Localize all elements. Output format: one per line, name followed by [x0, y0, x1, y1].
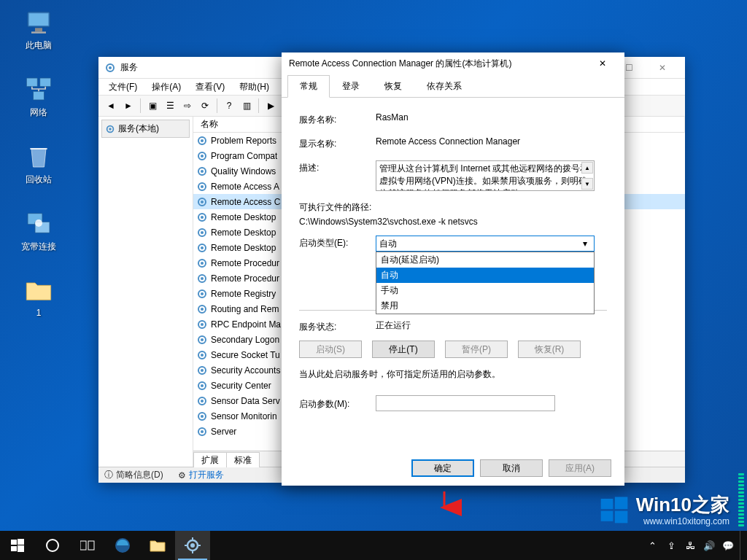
back-button[interactable]: ◄: [103, 98, 119, 114]
startup-type-select[interactable]: 自动 ▾ 自动(延迟启动)自动手动禁用: [376, 236, 595, 252]
desktop-icon-network[interactable]: 网络: [12, 74, 66, 119]
taskbar-services[interactable]: [175, 531, 210, 560]
display-name-label: 显示名称:: [299, 136, 376, 150]
svg-point-25: [201, 216, 204, 219]
svg-rect-66: [88, 541, 94, 550]
pause-button[interactable]: 暂停(P): [445, 341, 508, 358]
svg-rect-6: [34, 91, 44, 100]
help-button[interactable]: ?: [221, 98, 237, 114]
svg-point-19: [201, 170, 204, 173]
cancel-button[interactable]: 取消: [480, 459, 543, 477]
service-name-value: RasMan: [376, 112, 607, 122]
apply-button[interactable]: 应用(A): [549, 459, 611, 477]
svg-point-64: [47, 540, 58, 551]
desktop-icon-folder1[interactable]: 1: [12, 276, 66, 318]
tab-recovery[interactable]: 恢复: [372, 75, 414, 98]
cortana-button[interactable]: [35, 531, 70, 560]
ok-button[interactable]: 确定: [411, 459, 474, 477]
resume-button[interactable]: 恢复(R): [518, 341, 581, 358]
menu-action[interactable]: 操作(A): [146, 79, 187, 95]
scroll-down-button[interactable]: ▼: [581, 178, 593, 190]
show-desktop-button[interactable]: [740, 531, 744, 560]
svg-rect-57: [614, 497, 627, 509]
service-name-text: Problem Reports: [211, 136, 276, 146]
svg-point-13: [109, 128, 112, 131]
svg-point-9: [35, 219, 42, 227]
gear-icon: [196, 273, 208, 284]
task-view-button[interactable]: [70, 531, 105, 560]
dropdown-option[interactable]: 禁用: [376, 298, 594, 314]
service-status-label: 服务状态:: [299, 319, 376, 333]
display-name-value: Remote Access Connection Manager: [376, 136, 607, 147]
svg-rect-3: [31, 31, 46, 34]
tray-up-icon[interactable]: ⌃: [645, 531, 659, 560]
dropdown-option[interactable]: 手动: [376, 283, 594, 298]
taskbar-edge[interactable]: [105, 531, 140, 560]
tray-notifications-icon[interactable]: 💬: [721, 531, 735, 560]
dropdown-option[interactable]: 自动(延迟启动): [376, 252, 594, 268]
service-name-text: Remote Access C: [211, 197, 280, 207]
forward-button[interactable]: ►: [120, 98, 136, 114]
description-text: 管理从这台计算机到 Internet 或其他远程网络的拨号和虚拟专用网络(VPN…: [379, 163, 589, 191]
properties-button[interactable]: ☰: [162, 98, 178, 114]
svg-point-39: [201, 323, 204, 326]
tray-volume-icon[interactable]: 🔊: [702, 531, 716, 560]
description-box: 管理从这台计算机到 Internet 或其他远程网络的拨号和虚拟专用网络(VPN…: [376, 160, 595, 191]
service-name-text: Security Center: [211, 381, 271, 391]
select-value: 自动: [379, 238, 579, 250]
up-button[interactable]: ▣: [144, 98, 160, 114]
svg-point-49: [201, 400, 204, 402]
svg-rect-65: [80, 541, 86, 550]
tab-logon[interactable]: 登录: [330, 75, 372, 98]
gear-icon: [196, 334, 208, 346]
svg-point-37: [201, 308, 204, 311]
svg-point-41: [201, 338, 204, 341]
sound-level-meter: [738, 402, 744, 526]
hint-text: 当从此处启动服务时，你可指定所适用的启动参数。: [299, 368, 607, 381]
gear-icon: [196, 395, 208, 407]
play-button[interactable]: ▶: [263, 98, 279, 114]
refresh-button[interactable]: ⟳: [197, 98, 213, 114]
gear-icon: [196, 196, 208, 208]
dialog-titlebar[interactable]: Remote Access Connection Manager 的属性(本地计…: [282, 52, 624, 74]
gear-icon: ⚙: [178, 470, 186, 481]
svg-rect-63: [18, 545, 24, 552]
stop-button[interactable]: 停止(T): [372, 341, 435, 358]
taskbar-explorer[interactable]: [140, 531, 175, 560]
service-name-text: Remote Desktop: [211, 212, 276, 222]
tab-general[interactable]: 常规: [287, 75, 330, 98]
tab-extended[interactable]: 扩展: [193, 452, 227, 467]
svg-rect-58: [600, 510, 613, 521]
dropdown-option[interactable]: 自动: [376, 268, 594, 283]
start-params-input[interactable]: [376, 395, 555, 411]
tab-dependencies[interactable]: 依存关系: [414, 75, 474, 98]
tree-item-services-local[interactable]: 服务(本地): [101, 120, 190, 138]
svg-rect-62: [11, 546, 17, 551]
export-button[interactable]: ⇨: [179, 98, 196, 114]
taskview-icon: [80, 540, 95, 551]
column-button[interactable]: ▥: [239, 98, 255, 114]
desktop-icon-broadband[interactable]: 宽带连接: [12, 209, 66, 253]
menu-help[interactable]: 帮助(H): [233, 79, 275, 95]
svg-point-47: [201, 384, 204, 387]
tray-usb-icon[interactable]: ⇪: [664, 531, 678, 560]
start-button[interactable]: 启动(S): [299, 341, 362, 358]
tray-network-icon[interactable]: 🖧: [683, 531, 697, 560]
open-services-link[interactable]: 打开服务: [189, 469, 224, 481]
service-name-text: Remote Procedur: [211, 273, 279, 284]
info-icon: ⓘ: [104, 469, 113, 481]
svg-rect-61: [18, 539, 24, 545]
gear-icon: [196, 242, 208, 254]
menu-view[interactable]: 查看(V): [190, 79, 231, 95]
executable-path: C:\Windows\System32\svchost.exe -k netsv…: [299, 217, 607, 227]
svg-rect-56: [600, 499, 613, 509]
scroll-up-button[interactable]: ▲: [581, 162, 593, 174]
dialog-close-button[interactable]: ✕: [588, 52, 617, 74]
svg-point-31: [201, 262, 204, 265]
tab-standard[interactable]: 标准: [226, 452, 260, 467]
close-button[interactable]: ✕: [646, 57, 679, 79]
menu-file[interactable]: 文件(F): [103, 79, 143, 95]
desktop-icon-recycle[interactable]: 回收站: [12, 141, 66, 186]
desktop-icon-pc[interactable]: 此电脑: [12, 7, 66, 52]
start-button[interactable]: [0, 531, 35, 560]
